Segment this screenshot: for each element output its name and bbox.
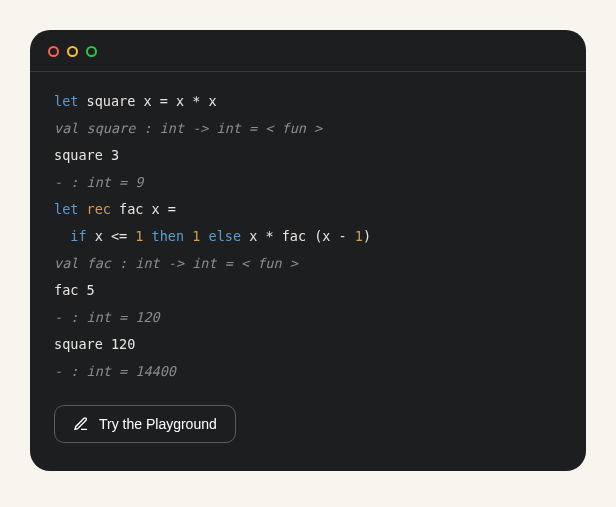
close-icon <box>48 46 59 57</box>
code-terminal: let square x = x * x val square : int ->… <box>30 30 586 471</box>
indent <box>54 228 70 244</box>
repl-output: val fac : int -> int = < fun > <box>54 255 298 271</box>
maximize-icon <box>86 46 97 57</box>
code-text: square x = x * x <box>78 93 216 109</box>
keyword-let: let <box>54 201 78 217</box>
minimize-icon <box>67 46 78 57</box>
code-line: fac 5 <box>54 282 95 298</box>
code-line: square 3 <box>54 147 119 163</box>
code-text: fac x = <box>111 201 176 217</box>
try-playground-button[interactable]: Try the Playground <box>54 405 236 443</box>
code-line: square 120 <box>54 336 135 352</box>
code-line: let square x = x * x <box>54 93 217 109</box>
keyword-then: then <box>143 228 192 244</box>
repl-output: val square : int -> int = < fun > <box>54 120 322 136</box>
button-label: Try the Playground <box>99 416 217 432</box>
edit-icon <box>73 416 89 432</box>
keyword-else: else <box>200 228 241 244</box>
repl-output: - : int = 9 <box>54 174 143 190</box>
number-literal: 1 <box>355 228 363 244</box>
code-block: let square x = x * x val square : int ->… <box>30 72 586 395</box>
code-text: x <= <box>87 228 136 244</box>
window-titlebar <box>30 30 586 65</box>
repl-output: - : int = 120 <box>54 309 160 325</box>
code-text: ) <box>363 228 371 244</box>
code-text: x * fac (x - <box>241 228 355 244</box>
button-row: Try the Playground <box>30 395 586 447</box>
keyword-if: if <box>70 228 86 244</box>
code-line: let rec fac x = <box>54 201 176 217</box>
code-line: if x <= 1 then 1 else x * fac (x - 1) <box>54 228 371 244</box>
repl-output: - : int = 14400 <box>54 363 176 379</box>
keyword-let: let <box>54 93 78 109</box>
keyword-rec: rec <box>78 201 111 217</box>
